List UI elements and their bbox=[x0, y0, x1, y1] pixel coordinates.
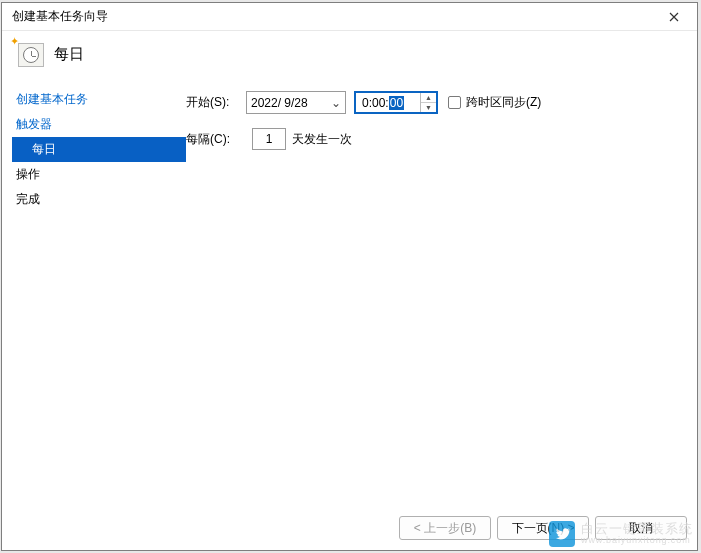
content: 开始(S): 2022/ 9/28 ⌄ 0:00:00 ▲ ▼ 跨时区同步( bbox=[186, 81, 697, 164]
cancel-button[interactable]: 取消 bbox=[595, 516, 687, 540]
close-button[interactable] bbox=[657, 6, 691, 28]
sidebar-item-action[interactable]: 操作 bbox=[12, 162, 186, 187]
sidebar-item-create-basic-task[interactable]: 创建基本任务 bbox=[12, 87, 186, 112]
start-time-spinner[interactable]: 0:00:00 ▲ ▼ bbox=[354, 91, 438, 114]
interval-suffix: 天发生一次 bbox=[292, 131, 352, 148]
task-clock-icon: ✦ bbox=[14, 41, 44, 67]
page-title: 每日 bbox=[54, 45, 84, 64]
header: ✦ 每日 bbox=[2, 31, 697, 81]
wizard-window: 创建基本任务向导 ✦ 每日 创建基本任务 触发器 每日 操作 完成 开始(S):… bbox=[1, 2, 698, 551]
sidebar-item-finish[interactable]: 完成 bbox=[12, 187, 186, 212]
sync-timezone-label: 跨时区同步(Z) bbox=[466, 94, 541, 111]
spinner-down-icon[interactable]: ▼ bbox=[421, 103, 436, 112]
time-prefix: 0:00: bbox=[362, 96, 389, 110]
spinner-up-icon[interactable]: ▲ bbox=[421, 93, 436, 103]
start-date-picker[interactable]: 2022/ 9/28 ⌄ bbox=[246, 91, 346, 114]
next-button[interactable]: 下一页(N) > bbox=[497, 516, 589, 540]
footer-buttons: < 上一步(B) 下一页(N) > 取消 bbox=[399, 516, 687, 540]
sync-timezone-checkbox[interactable] bbox=[448, 96, 461, 109]
interval-label: 每隔(C): bbox=[186, 131, 246, 148]
close-icon bbox=[669, 12, 679, 22]
chevron-down-icon: ⌄ bbox=[331, 96, 341, 110]
sidebar-item-trigger[interactable]: 触发器 bbox=[12, 112, 186, 137]
window-title: 创建基本任务向导 bbox=[12, 8, 108, 25]
sidebar-item-daily[interactable]: 每日 bbox=[12, 137, 186, 162]
start-date-value: 2022/ 9/28 bbox=[251, 96, 308, 110]
titlebar: 创建基本任务向导 bbox=[2, 3, 697, 31]
spinner-buttons[interactable]: ▲ ▼ bbox=[420, 93, 436, 112]
time-selected: 00 bbox=[389, 96, 404, 110]
sidebar: 创建基本任务 触发器 每日 操作 完成 bbox=[2, 81, 186, 212]
start-label: 开始(S): bbox=[186, 94, 246, 111]
interval-input[interactable]: 1 bbox=[252, 128, 286, 150]
back-button[interactable]: < 上一步(B) bbox=[399, 516, 491, 540]
